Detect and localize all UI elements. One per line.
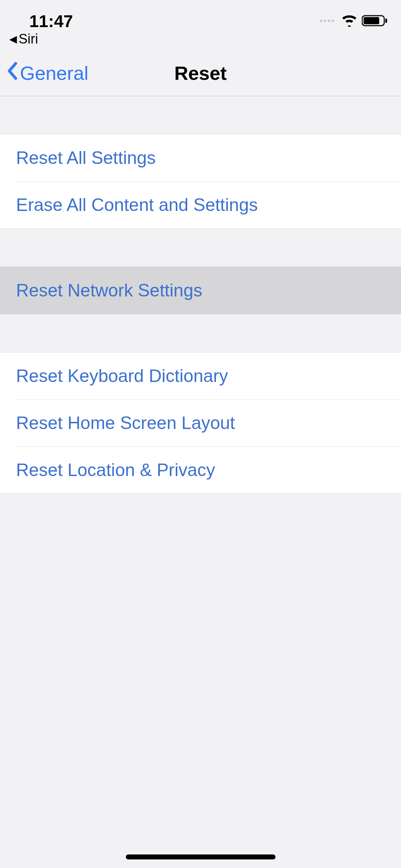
reset-network-settings-row[interactable]: Reset Network Settings xyxy=(0,267,401,314)
breadcrumb-return-to-app[interactable]: ◀ Siri xyxy=(9,31,38,47)
row-label: Reset Network Settings xyxy=(16,280,202,301)
cellular-dots-icon xyxy=(320,20,334,22)
reset-location-privacy-row[interactable]: Reset Location & Privacy xyxy=(0,446,401,494)
section-gap xyxy=(0,229,401,267)
breadcrumb-app-label: Siri xyxy=(19,31,38,47)
back-triangle-icon: ◀ xyxy=(9,34,17,44)
svg-rect-2 xyxy=(385,19,387,23)
row-label: Reset Home Screen Layout xyxy=(16,413,235,433)
status-time: 11:47 xyxy=(29,11,73,31)
chevron-left-icon xyxy=(6,61,19,85)
reset-keyboard-dictionary-row[interactable]: Reset Keyboard Dictionary xyxy=(0,352,401,399)
nav-bar: General Reset xyxy=(0,50,401,96)
status-bar: 11:47 ◀ Siri xyxy=(0,0,401,50)
section-gap xyxy=(0,96,401,134)
row-label: Erase All Content and Settings xyxy=(16,195,258,215)
home-indicator[interactable] xyxy=(126,854,276,859)
wifi-icon xyxy=(341,15,358,27)
erase-all-content-row[interactable]: Erase All Content and Settings xyxy=(0,181,401,228)
back-label: General xyxy=(20,62,88,84)
svg-rect-1 xyxy=(364,17,379,24)
reset-all-settings-row[interactable]: Reset All Settings xyxy=(0,134,401,181)
reset-group-3: Reset Keyboard Dictionary Reset Home Scr… xyxy=(0,352,401,494)
row-label: Reset Keyboard Dictionary xyxy=(16,366,228,386)
status-right xyxy=(320,14,388,27)
row-label: Reset All Settings xyxy=(16,148,156,168)
battery-icon xyxy=(362,14,388,27)
reset-group-1: Reset All Settings Erase All Content and… xyxy=(0,134,401,229)
section-gap xyxy=(0,314,401,352)
reset-home-screen-layout-row[interactable]: Reset Home Screen Layout xyxy=(0,399,401,446)
row-label: Reset Location & Privacy xyxy=(16,460,215,480)
back-button[interactable]: General xyxy=(6,61,88,85)
reset-group-2: Reset Network Settings xyxy=(0,267,401,314)
